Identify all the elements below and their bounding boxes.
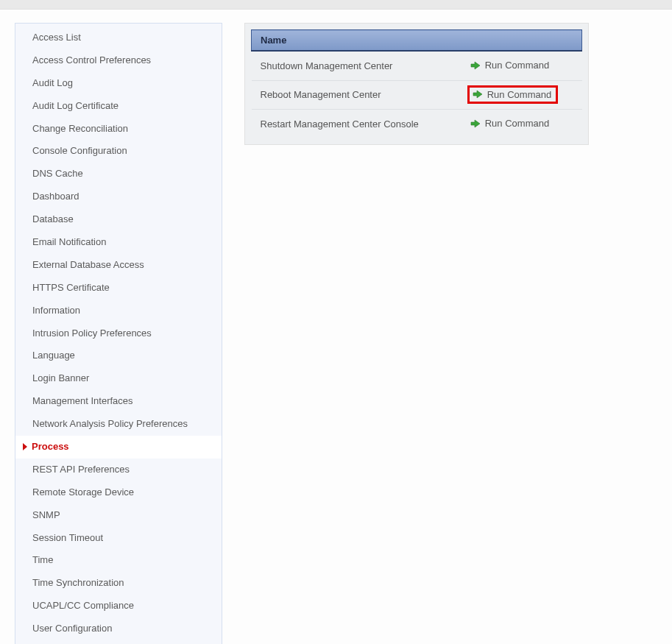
sidebar-item-process[interactable]: Process	[15, 436, 222, 459]
sidebar-item-label: DNS Cache	[32, 168, 83, 179]
run-command-link[interactable]: Run Command	[473, 89, 551, 100]
sidebar-item-label: Access List	[32, 32, 81, 43]
sidebar-item-label: Dashboard	[32, 191, 79, 202]
svg-marker-0	[471, 62, 480, 69]
process-action-cell: Run Command	[461, 80, 582, 110]
table-row: Reboot Management CenterRun Command	[252, 80, 582, 110]
sidebar-item-audit-log[interactable]: Audit Log	[15, 72, 222, 95]
content-area: Access ListAccess Control PreferencesAud…	[0, 10, 672, 644]
sidebar-item-external-database-access[interactable]: External Database Access	[15, 254, 222, 277]
sidebar-item-label: Change Reconciliation	[32, 123, 128, 134]
run-command-link[interactable]: Run Command	[470, 60, 549, 71]
run-command-link[interactable]: Run Command	[470, 118, 549, 129]
process-name-cell: Reboot Management Center	[252, 80, 461, 110]
sidebar-item-user-configuration[interactable]: User Configuration	[15, 618, 222, 640]
sidebar-item-email-notification[interactable]: Email Notification	[15, 231, 222, 254]
sidebar-item-database[interactable]: Database	[15, 208, 222, 231]
sidebar-item-console-configuration[interactable]: Console Configuration	[15, 140, 222, 163]
process-name-cell: Shutdown Management Center	[252, 51, 461, 80]
process-action-cell: Run Command	[461, 51, 582, 80]
table-header-name: Name	[252, 30, 461, 52]
sidebar-item-label: SNMP	[32, 509, 60, 520]
arrow-right-icon	[470, 119, 481, 128]
svg-marker-2	[471, 120, 480, 127]
sidebar-item-language[interactable]: Language	[15, 344, 222, 367]
sidebar-item-label: UCAPL/CC Compliance	[32, 600, 134, 611]
sidebar-item-management-interfaces[interactable]: Management Interfaces	[15, 390, 222, 413]
sidebar-item-login-banner[interactable]: Login Banner	[15, 367, 222, 390]
sidebar-item-label: Information	[32, 305, 80, 316]
sidebar-item-session-timeout[interactable]: Session Timeout	[15, 527, 222, 550]
run-command-label: Run Command	[485, 60, 549, 71]
sidebar-item-ucapl-cc-compliance[interactable]: UCAPL/CC Compliance	[15, 595, 222, 618]
sidebar-item-label: Access Control Preferences	[32, 54, 151, 66]
sidebar-item-network-analysis-policy-preferences[interactable]: Network Analysis Policy Preferences	[15, 413, 222, 436]
process-action-cell: Run Command	[461, 110, 582, 138]
sidebar-item-change-reconciliation[interactable]: Change Reconciliation	[15, 118, 222, 141]
sidebar-item-access-control-preferences[interactable]: Access Control Preferences	[15, 49, 222, 72]
sidebar-item-label: External Database Access	[32, 259, 144, 270]
sidebar-item-label: User Configuration	[32, 623, 112, 634]
sidebar-item-label: Database	[32, 213, 74, 224]
sidebar-item-label: Audit Log	[32, 77, 73, 88]
sidebar-item-label: Audit Log Certificate	[32, 100, 119, 111]
triangle-right-icon	[23, 443, 27, 450]
sidebar-item-audit-log-certificate[interactable]: Audit Log Certificate	[15, 95, 222, 118]
table-header-actions	[461, 30, 582, 52]
sidebar-item-snmp[interactable]: SNMP	[15, 504, 222, 527]
table-row: Restart Management Center ConsoleRun Com…	[252, 110, 582, 138]
main-panel: Name Shutdown Management CenterRun Comma…	[244, 23, 589, 145]
sidebar: Access ListAccess Control PreferencesAud…	[15, 23, 222, 644]
sidebar-item-time-synchronization[interactable]: Time Synchronization	[15, 572, 222, 595]
process-table: Name Shutdown Management CenterRun Comma…	[251, 29, 582, 138]
sidebar-item-time[interactable]: Time	[15, 549, 222, 572]
table-header-row: Name	[252, 30, 582, 52]
sidebar-item-label: Time	[32, 554, 53, 565]
top-bar	[0, 0, 672, 10]
table-row: Shutdown Management CenterRun Command	[252, 51, 582, 80]
sidebar-item-https-certificate[interactable]: HTTPS Certificate	[15, 277, 222, 300]
sidebar-item-information[interactable]: Information	[15, 300, 222, 322]
sidebar-item-remote-storage-device[interactable]: Remote Storage Device	[15, 481, 222, 504]
sidebar-item-access-list[interactable]: Access List	[15, 26, 222, 49]
sidebar-item-label: REST API Preferences	[32, 464, 130, 475]
sidebar-item-label: Remote Storage Device	[32, 486, 134, 498]
svg-marker-1	[473, 91, 482, 98]
run-command-label: Run Command	[485, 118, 549, 129]
sidebar-item-label: Login Banner	[32, 372, 89, 383]
run-command-label: Run Command	[487, 89, 551, 100]
arrow-right-icon	[470, 61, 481, 70]
sidebar-item-label: Session Timeout	[32, 532, 103, 543]
sidebar-item-rest-api-preferences[interactable]: REST API Preferences	[15, 459, 222, 481]
sidebar-item-label: Process	[32, 441, 69, 453]
sidebar-item-label: Management Interfaces	[32, 395, 133, 406]
sidebar-item-intrusion-policy-preferences[interactable]: Intrusion Policy Preferences	[15, 322, 222, 345]
sidebar-item-label: Language	[32, 350, 75, 361]
sidebar-item-dns-cache[interactable]: DNS Cache	[15, 163, 222, 185]
sidebar-item-label: Console Configuration	[32, 145, 127, 156]
process-name-cell: Restart Management Center Console	[252, 110, 461, 138]
highlight-box: Run Command	[467, 85, 558, 104]
sidebar-item-label: Time Synchronization	[32, 577, 124, 588]
sidebar-item-label: Email Notification	[32, 236, 106, 247]
sidebar-item-dashboard[interactable]: Dashboard	[15, 185, 222, 208]
sidebar-item-label: HTTPS Certificate	[32, 282, 110, 293]
sidebar-item-vulnerability-mapping[interactable]: Vulnerability Mapping	[15, 640, 222, 644]
sidebar-item-label: Intrusion Policy Preferences	[32, 328, 152, 339]
sidebar-item-label: Network Analysis Policy Preferences	[32, 418, 188, 429]
arrow-right-icon	[473, 90, 483, 99]
